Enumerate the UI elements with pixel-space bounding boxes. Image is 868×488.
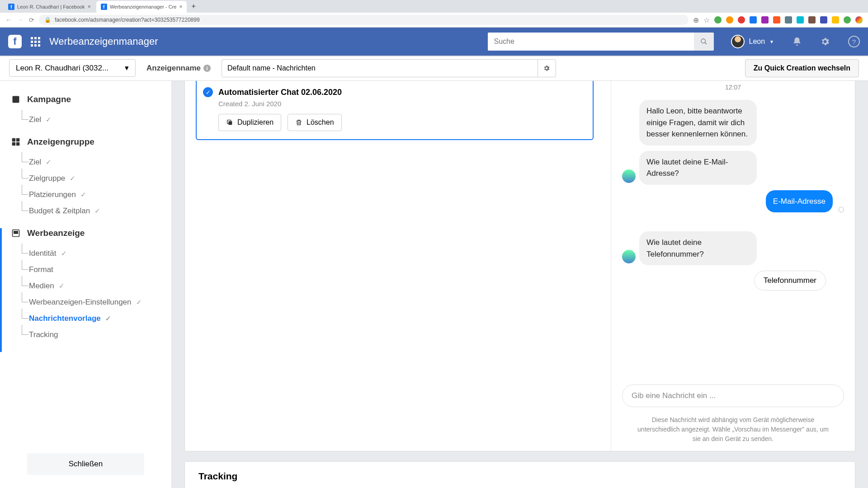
browser-tab[interactable]: f Leon R. Chaudhari | Facebook × [4, 1, 95, 13]
content-area: ✓ Automatisierter Chat 02.06.2020 Create… [172, 81, 868, 488]
chat-option-button[interactable]: Telefonnummer [754, 271, 826, 291]
extension-icon[interactable] [844, 16, 851, 23]
sidebar: Kampagne Ziel ✓ Anzeigengruppe Ziel✓ Zie… [0, 81, 172, 488]
apps-menu-icon[interactable] [31, 37, 40, 47]
template-title: Automatisierter Chat 02.06.2020 [218, 88, 342, 97]
nav-item-tracking[interactable]: Tracking [11, 327, 160, 343]
extension-icon[interactable] [808, 16, 816, 23]
nav-header-ad[interactable]: Werbeanzeige [11, 228, 160, 238]
nav-item-ziel[interactable]: Ziel✓ [11, 154, 160, 170]
back-icon[interactable]: ← [5, 16, 12, 23]
search-input[interactable] [488, 33, 694, 51]
extension-icon[interactable] [714, 16, 722, 23]
chat-time: 12:07 [622, 84, 844, 91]
address-row: ← → ⟳ 🔒 facebook.com/adsmanager/creation… [0, 13, 868, 27]
extension-icon[interactable] [832, 16, 839, 23]
svg-rect-8 [14, 231, 18, 234]
address-bar[interactable]: 🔒 facebook.com/adsmanager/creation?act=3… [39, 15, 689, 25]
check-icon: ✓ [80, 191, 86, 199]
check-icon: ✓ [94, 207, 100, 215]
chat-message: Wie lautet deine Telefonnummer? [639, 231, 757, 265]
nav-item-format[interactable]: Format [11, 262, 160, 278]
ad-icon [11, 228, 21, 238]
close-icon[interactable]: × [88, 4, 91, 10]
extension-icon[interactable] [738, 16, 745, 23]
fb-header: f Werbeanzeigenmanager Leon ▼ ? [0, 28, 868, 56]
svg-point-0 [701, 39, 705, 43]
svg-rect-9 [228, 121, 232, 125]
account-dropdown[interactable]: Leon R. Chaudhari (3032... ▾ [9, 59, 136, 77]
nav-item-budget[interactable]: Budget & Zeitplan✓ [11, 203, 160, 219]
forward-icon[interactable]: → [17, 16, 24, 23]
close-button[interactable]: Schließen [27, 453, 144, 475]
extension-icon[interactable] [726, 16, 733, 23]
nav-header-campaign[interactable]: Kampagne [11, 94, 160, 104]
adset-icon [11, 137, 21, 147]
account-label: Leon R. Chaudhari (3032... [16, 64, 108, 73]
user-menu[interactable]: Leon ▼ [731, 35, 774, 48]
browser-tab[interactable]: f Werbeanzeigenmanager - Cre × [96, 1, 187, 13]
template-card[interactable]: ✓ Automatisierter Chat 02.06.2020 Create… [196, 81, 594, 140]
search-button[interactable] [694, 33, 714, 51]
top-bar: Leon R. Chaudhari (3032... ▾ Anzeigennam… [0, 56, 868, 81]
help-icon[interactable]: ? [848, 36, 860, 47]
svg-rect-3 [12, 138, 16, 142]
nav-item-nachrichtenvorlage[interactable]: Nachrichtenvorlage✓ [11, 310, 160, 327]
check-icon: ✓ [105, 314, 111, 323]
reload-icon[interactable]: ⟳ [29, 16, 34, 23]
extension-icon[interactable] [773, 16, 780, 23]
svg-rect-2 [13, 96, 19, 103]
chat-body: Hallo Leon, bitte beantworte einige Frag… [622, 100, 844, 378]
chat-input[interactable]: Gib eine Nachricht ein ... [622, 385, 844, 407]
nav-campaign: Kampagne Ziel ✓ [0, 94, 171, 137]
quick-creation-button[interactable]: Zu Quick Creation wechseln [745, 59, 859, 77]
duplicate-button[interactable]: Duplizieren [218, 114, 281, 131]
info-icon[interactable]: i [203, 65, 211, 72]
trash-icon [295, 119, 302, 126]
extension-icon[interactable] [750, 16, 757, 23]
settings-icon[interactable] [820, 37, 830, 47]
chevron-down-icon: ▼ [769, 39, 774, 44]
tracking-title: Tracking [198, 471, 841, 482]
nav-item-zielgruppe[interactable]: Zielgruppe✓ [11, 170, 160, 187]
svg-rect-6 [16, 142, 20, 146]
notifications-icon[interactable] [792, 37, 802, 47]
nav-item-identitaet[interactable]: Identität✓ [11, 245, 160, 262]
facebook-logo-icon[interactable]: f [8, 35, 22, 48]
copy-icon [226, 119, 233, 126]
chat-message: Hallo Leon, bitte beantworte einige Frag… [639, 100, 757, 145]
url-text: facebook.com/adsmanager/creation?act=303… [55, 17, 200, 23]
new-tab-button[interactable]: + [188, 2, 199, 10]
app-title: Werbeanzeigenmanager [49, 36, 158, 47]
gear-icon [543, 65, 550, 72]
facebook-favicon-icon: f [101, 4, 107, 10]
ad-name-settings-button[interactable] [538, 60, 556, 77]
left-column: ✓ Automatisierter Chat 02.06.2020 Create… [185, 81, 598, 451]
svg-rect-4 [16, 138, 20, 142]
search-icon[interactable]: ⊕ [693, 16, 699, 24]
avatar-icon[interactable] [855, 16, 863, 23]
nav-item-einstellungen[interactable]: Werbeanzeigen-Einstellungen✓ [11, 294, 160, 310]
facebook-favicon-icon: f [8, 4, 14, 10]
chat-reply: E-Mail-Adresse [766, 190, 833, 213]
check-icon: ✓ [46, 116, 52, 124]
campaign-icon [11, 94, 21, 104]
template-created: Created 2. Juni 2020 [218, 100, 586, 108]
nav-header-adset[interactable]: Anzeigengruppe [11, 137, 160, 147]
check-icon: ✓ [61, 249, 67, 258]
star-icon[interactable]: ☆ [703, 16, 710, 24]
extension-icons: ⊕ ☆ [693, 16, 863, 24]
nav-item-medien[interactable]: Medien✓ [11, 278, 160, 294]
chat-preview: 12:07 Hallo Leon, bitte beantworte einig… [611, 81, 855, 451]
ad-name-field [222, 59, 556, 77]
ad-name-input[interactable] [222, 64, 538, 72]
extension-icon[interactable] [761, 16, 769, 23]
nav-item-platzierungen[interactable]: Platzierungen✓ [11, 187, 160, 203]
extension-icon[interactable] [820, 16, 827, 23]
lock-icon: 🔒 [44, 17, 51, 23]
extension-icon[interactable] [785, 16, 792, 23]
close-icon[interactable]: × [179, 4, 182, 10]
nav-item-ziel[interactable]: Ziel ✓ [11, 112, 160, 128]
delete-button[interactable]: Löschen [288, 114, 342, 131]
extension-icon[interactable] [797, 16, 804, 23]
